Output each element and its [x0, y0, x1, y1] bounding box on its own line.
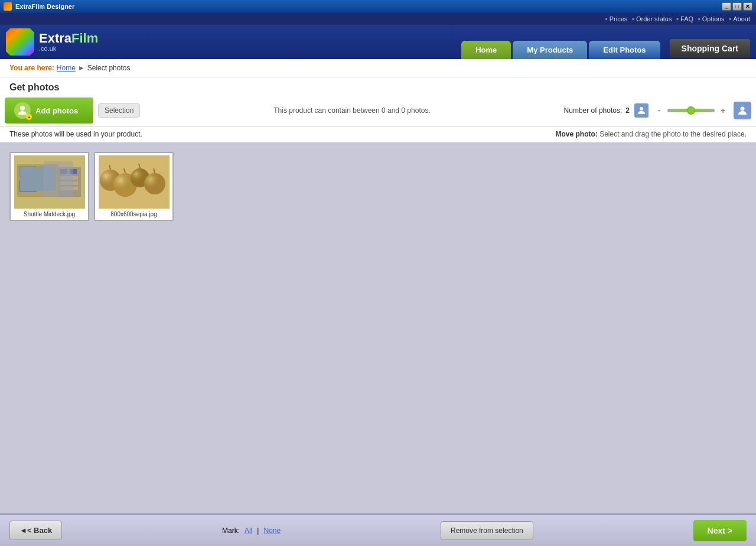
add-photos-label: Add photos — [35, 106, 78, 115]
tab-edit-photos[interactable]: Edit Photos — [589, 41, 660, 59]
options-link[interactable]: Options — [698, 15, 725, 22]
back-button[interactable]: ◄ < Back — [9, 521, 62, 540]
remove-from-selection-button[interactable]: Remove from selection — [441, 521, 533, 540]
shopping-cart-button[interactable]: Shopping Cart — [670, 39, 750, 58]
photo-thumb-1 — [14, 155, 85, 209]
svg-rect-10 — [60, 169, 67, 174]
app-icon — [4, 2, 12, 11]
logo-film: Film — [71, 31, 98, 46]
photo-thumb-2 — [99, 155, 170, 209]
breadcrumb-arrow: ► — [78, 64, 85, 72]
top-links-row: Prices Order status FAQ Options About — [0, 13, 756, 25]
logo-icon — [6, 28, 34, 56]
titlebar-controls: _ □ ✕ — [722, 2, 752, 11]
tab-home[interactable]: Home — [461, 41, 511, 59]
zoom-slider[interactable] — [667, 109, 715, 112]
zoom-handle[interactable] — [687, 106, 695, 115]
svg-rect-13 — [60, 181, 78, 185]
photo-grid: Shuttle Middeck.jpg — [0, 142, 756, 514]
svg-rect-7 — [39, 166, 56, 175]
logo-suffix: .co.uk — [39, 45, 98, 52]
app-container: Prices Order status FAQ Options About Ex… — [0, 13, 756, 546]
logo-area: ExtraFilm .co.uk — [6, 28, 98, 59]
mark-area: Mark: All | None — [222, 526, 281, 535]
number-of-photos-label: Number of photos: — [564, 106, 623, 115]
svg-rect-11 — [70, 169, 77, 174]
logo-extra: Extra — [39, 31, 71, 46]
zoom-control: - + — [653, 105, 729, 116]
next-button[interactable]: Next > — [693, 520, 747, 541]
svg-rect-8 — [39, 177, 56, 183]
svg-point-2 — [741, 107, 745, 111]
svg-rect-5 — [19, 166, 37, 178]
page-title: Get photos — [0, 77, 756, 95]
selection-label: Selection — [105, 106, 133, 115]
about-link[interactable]: About — [729, 15, 750, 22]
toolbar: + Add photos Selection This product can … — [0, 95, 756, 126]
zoom-plus-button[interactable]: + — [717, 105, 729, 116]
move-photo-text: Select and drag the photo to the desired… — [599, 130, 747, 138]
main-content: You are here: Home ► Select photos Get p… — [0, 59, 756, 514]
top-nav-area: Prices Order status FAQ Options About Ex… — [0, 13, 756, 59]
logo: ExtraFilm .co.uk — [6, 28, 98, 56]
svg-point-23 — [144, 173, 165, 194]
window-title: ExtraFilm Designer — [15, 3, 74, 10]
zoom-minus-button[interactable]: - — [653, 105, 665, 116]
back-label: < Back — [27, 526, 52, 535]
tab-my-products[interactable]: My Products — [513, 41, 587, 59]
photo-item-1[interactable]: Shuttle Middeck.jpg — [9, 152, 89, 221]
thumb-sepia-image — [99, 155, 170, 209]
breadcrumb-home-link[interactable]: Home — [57, 64, 76, 72]
person-icon-small-left — [634, 103, 649, 118]
photo-name-1: Shuttle Middeck.jpg — [24, 211, 75, 217]
close-button[interactable]: ✕ — [743, 2, 752, 11]
svg-rect-14 — [60, 187, 78, 190]
photo-count: Number of photos: 2 — [564, 106, 630, 115]
mark-label: Mark: — [222, 526, 240, 535]
photo-description-text: These photos will be used in your produc… — [9, 130, 142, 138]
product-info: This product can contain between 0 and 0… — [145, 106, 559, 115]
add-photos-person-icon: + — [14, 102, 31, 119]
order-status-link[interactable]: Order status — [632, 15, 672, 22]
svg-rect-12 — [60, 176, 78, 180]
top-nav: ExtraFilm .co.uk Home My Products Edit P… — [0, 25, 756, 59]
photo-item-2[interactable]: 800x600sepia.jpg — [94, 152, 174, 221]
mark-all-link[interactable]: All — [245, 526, 252, 535]
logo-main-text: ExtraFilm — [39, 32, 98, 45]
prices-link[interactable]: Prices — [605, 15, 627, 22]
photo-name-2: 800x600sepia.jpg — [110, 211, 157, 217]
nav-and-cart: Home My Products Edit Photos Shopping Ca… — [461, 39, 750, 59]
svg-point-1 — [640, 107, 643, 110]
titlebar: ExtraFilm Designer _ □ ✕ — [0, 0, 756, 13]
selection-bar: Selection — [98, 103, 140, 118]
breadcrumb: You are here: Home ► Select photos — [0, 59, 756, 77]
nav-tabs: Home My Products Edit Photos — [461, 41, 660, 59]
person-icon-right[interactable] — [734, 102, 751, 119]
move-photo-hint: Move photo: Select and drag the photo to… — [555, 130, 747, 138]
bottom-bar: ◄ < Back Mark: All | None Remove from se… — [0, 514, 756, 546]
thumb-shuttle-image — [14, 155, 85, 209]
breadcrumb-current-page: Select photos — [87, 64, 131, 72]
maximize-button[interactable]: □ — [732, 2, 742, 11]
logo-text: ExtraFilm .co.uk — [39, 32, 98, 52]
mark-separator: | — [257, 526, 259, 535]
back-arrow-icon: ◄ — [19, 526, 27, 535]
photo-description-bar: These photos will be used in your produc… — [0, 126, 756, 142]
svg-rect-6 — [19, 180, 37, 192]
breadcrumb-prefix: You are here: — [9, 64, 54, 72]
svg-point-0 — [20, 106, 25, 110]
mark-none-link[interactable]: None — [263, 526, 281, 535]
move-photo-label: Move photo: — [555, 130, 597, 138]
next-label: Next > — [708, 526, 732, 535]
number-of-photos-value: 2 — [625, 106, 630, 115]
faq-link[interactable]: FAQ — [676, 15, 693, 22]
add-photos-button[interactable]: + Add photos — [5, 98, 93, 124]
minimize-button[interactable]: _ — [722, 2, 731, 11]
